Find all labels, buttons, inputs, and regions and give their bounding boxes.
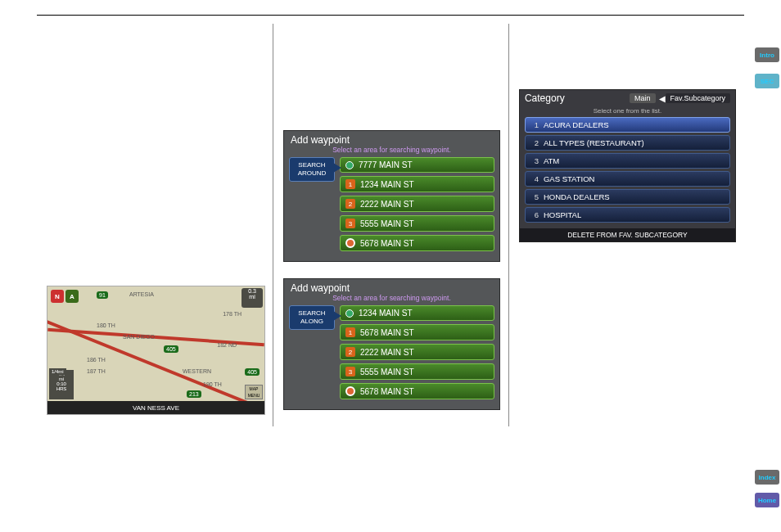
stop-number-icon: 1 [345,327,355,337]
waypoint-row[interactable]: 35555 MAIN ST [340,215,494,232]
map-label: ARTESIA [129,291,154,297]
map-label: 190 TH [203,381,222,387]
category-row[interactable]: 1ACURA DEALERS [525,117,730,133]
hwy-shield: 213 [187,390,201,398]
map-screenshot: N A 91 91 405 405 213 ARTESIA 178 TH 180… [47,286,265,415]
search-along-button[interactable]: SEARCHALONG [289,305,335,330]
tab-sec[interactable]: SEC [755,74,779,88]
stop-number-icon: 2 [345,347,355,357]
add-waypoint-search-along: Add waypoint Select an area for searchin… [283,278,500,410]
waypoint-row[interactable]: 22222 MAIN ST [340,344,494,360]
search-around-button[interactable]: SEARCHAROUND [289,157,335,182]
stop-number-icon: 3 [345,367,355,376]
page-rule [37,15,744,16]
direction-icon: A [65,290,79,303]
tab-intro[interactable]: Intro [755,47,779,62]
waypoint-row[interactable]: 5678 MAIN ST [340,235,494,251]
category-screenshot: Category Main ◀ Fav.Subcategory Select o… [519,89,736,242]
chevron-left-icon: ◀ [659,94,666,103]
map-label: 180 TH [97,322,115,328]
distance-box: 0.3mi [242,288,263,308]
waypoint-list: 7777 MAIN ST 11234 MAIN ST 22222 MAIN ST… [340,157,494,255]
screen-title: Add waypoint [284,279,499,294]
destination-icon [345,238,355,248]
tab-fav-subcategory[interactable]: Fav.Subcategory [666,93,730,103]
tab-index[interactable]: Index [755,470,779,485]
add-waypoint-search-around: Add waypoint Select an area for searchin… [283,130,500,262]
destination-icon [345,386,355,396]
compass-icon: N [51,290,64,303]
waypoint-row[interactable]: 11234 MAIN ST [340,176,494,192]
street-bar: VAN NESS AVE [47,401,264,414]
waypoint-row[interactable]: 7777 MAIN ST [340,157,494,173]
map-label: 182 ND [217,342,237,348]
map-menu-button[interactable]: MAPMENU [245,385,263,399]
waypoint-row[interactable]: 35555 MAIN ST [340,363,494,380]
waypoint-row[interactable]: 22222 MAIN ST [340,196,494,212]
hwy-shield: 405 [164,345,178,353]
waypoint-row[interactable]: 5678 MAIN ST [340,383,494,399]
hwy-shield: 91 [97,291,108,299]
arrow-right-icon [333,311,341,321]
stop-number-icon: 3 [345,219,355,228]
stop-number-icon: 2 [345,199,355,209]
map-label: SAN DIEGO [123,334,155,340]
category-row[interactable]: 2ALL TYPES (RESTAURANT) [525,135,730,151]
map-label: 178 TH [223,311,242,317]
map-label: WESTERN [183,368,211,374]
waypoint-row[interactable]: 15678 MAIN ST [340,324,494,340]
origin-icon [345,309,354,318]
scale: 1/4mi [49,368,66,375]
category-row[interactable]: 6HOSPITAL [525,207,730,223]
map-label: 187 TH [87,368,106,374]
screen-title: Add waypoint [284,131,499,146]
arrow-right-icon [333,163,341,173]
map-label: 186 TH [87,357,106,363]
screen-subtitle: Select one from the list. [520,106,735,117]
category-row[interactable]: 3ATM [525,153,730,169]
screen-subtitle: Select an area for searching waypoint. [284,294,499,305]
delete-fav-subcategory-button[interactable]: DELETE FROM FAV. SUBCATEGORY [520,228,735,241]
hwy-shield: 405 [245,368,260,376]
tab-main[interactable]: Main [630,93,656,103]
stop-number-icon: 1 [345,179,355,189]
waypoint-row[interactable]: 1234 MAIN ST [340,305,494,321]
tab-home[interactable]: Home [755,493,779,507]
category-row[interactable]: 5HONDA DEALERS [525,189,730,205]
category-row[interactable]: 4GAS STATION [525,171,730,187]
origin-icon [345,161,354,169]
screen-subtitle: Select an area for searching waypoint. [284,146,499,157]
waypoint-list: 1234 MAIN ST 15678 MAIN ST 22222 MAIN ST… [340,305,494,403]
category-list: 1ACURA DEALERS 2ALL TYPES (RESTAURANT) 3… [520,117,735,228]
screen-title: Category [525,92,630,104]
